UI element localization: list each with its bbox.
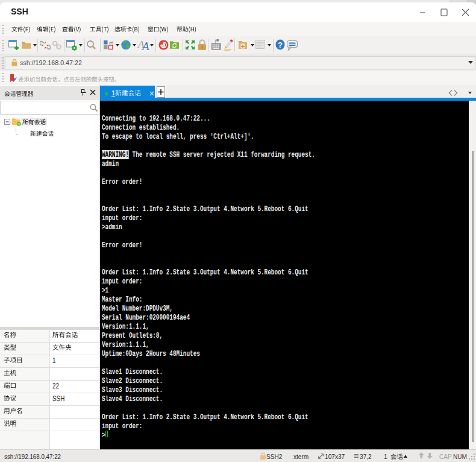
svg-text:?: ? [278, 40, 283, 49]
